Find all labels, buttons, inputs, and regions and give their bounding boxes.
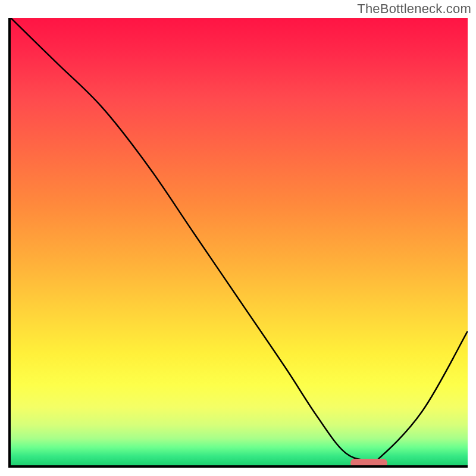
plot-area: [8, 18, 468, 468]
chart-frame: TheBottleneck.com: [0, 0, 476, 476]
bottleneck-curve: [11, 18, 468, 465]
optimal-range-marker: [350, 459, 387, 467]
watermark-text: TheBottleneck.com: [357, 1, 471, 17]
